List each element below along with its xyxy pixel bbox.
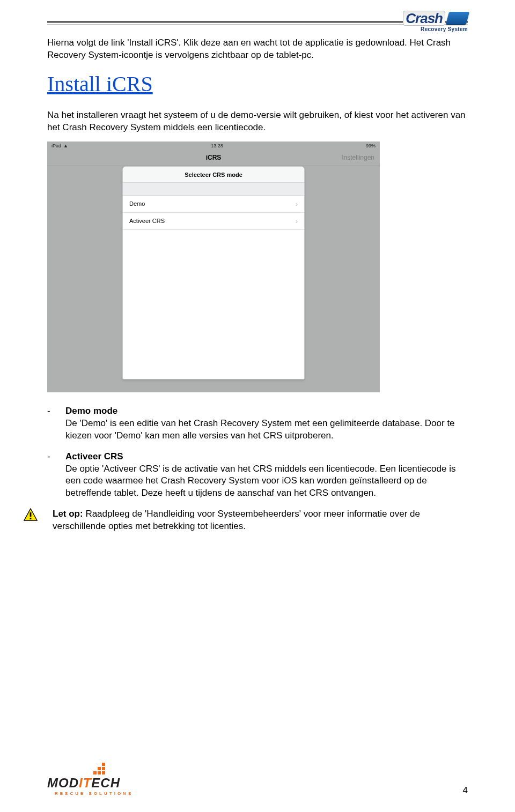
- crash-logo: Crash Recovery System: [360, 11, 468, 32]
- bullet-list: - Demo mode De 'Demo' is een editie van …: [47, 405, 468, 500]
- popup-row-activeer[interactable]: Activeer CRS ›: [123, 213, 304, 230]
- moditech-name-pre: MOD: [47, 776, 79, 790]
- bullet-dash: -: [47, 451, 65, 500]
- wifi-icon: ▲: [63, 143, 68, 148]
- bullet-activeer-body: De optie 'Activeer CRS' is de activatie …: [65, 464, 455, 498]
- crs-mode-popup: Selecteer CRS mode Demo › Activeer CRS ›: [122, 166, 305, 379]
- bullet-activeer-crs: - Activeer CRS De optie 'Activeer CRS' i…: [47, 451, 468, 500]
- chevron-right-icon: ›: [296, 200, 298, 208]
- moditech-name-mid: IT: [79, 776, 91, 790]
- moditech-logo: MODITECH RESCUE SOLUTIONS: [47, 763, 133, 796]
- warning-text: Raadpleeg de 'Handleiding voor Systeembe…: [53, 509, 420, 531]
- intro-paragraph: Hierna volgt de link 'Install iCRS'. Kli…: [47, 37, 468, 62]
- bullet-demo-body: De 'Demo' is een editie van het Crash Re…: [65, 418, 455, 441]
- popup-body: [123, 230, 304, 379]
- bullet-dash: -: [47, 405, 65, 442]
- chevron-right-icon: ›: [296, 217, 298, 225]
- moditech-squares-icon: [85, 763, 106, 774]
- post-install-paragraph: Na het installeren vraagt het systeem of…: [47, 109, 468, 134]
- popup-title: Selecteer CRS mode: [123, 167, 304, 183]
- warning-icon: [24, 513, 38, 523]
- crash-logo-subtitle: Recovery System: [421, 26, 468, 32]
- ipad-status-bar: iPad ▲ 13:28 99%: [47, 141, 380, 150]
- ipad-status-time: 13:28: [211, 143, 223, 148]
- popup-row-demo[interactable]: Demo ›: [123, 196, 304, 213]
- crash-logo-text: Crash: [403, 11, 445, 26]
- ipad-status-battery: 99%: [366, 143, 376, 148]
- bullet-activeer-title: Activeer CRS: [65, 451, 123, 461]
- ipad-title-bar: iCRS Instellingen: [47, 150, 380, 166]
- page-number: 4: [463, 785, 468, 796]
- popup-row-activeer-label: Activeer CRS: [129, 218, 165, 224]
- ipad-screenshot: iPad ▲ 13:28 99% iCRS Instellingen Selec…: [47, 141, 380, 392]
- moditech-name-post: ECH: [91, 776, 120, 790]
- popup-spacer: [123, 183, 304, 196]
- ipad-settings-button[interactable]: Instellingen: [342, 154, 374, 161]
- bullet-demo-title: Demo mode: [65, 406, 117, 416]
- moditech-subtitle: RESCUE SOLUTIONS: [55, 791, 133, 796]
- install-icrs-link[interactable]: Install iCRS: [47, 71, 153, 96]
- ipad-status-device: iPad: [52, 143, 61, 148]
- svg-rect-2: [30, 518, 32, 519]
- crash-logo-chip-icon: [446, 12, 469, 25]
- popup-row-demo-label: Demo: [129, 200, 145, 207]
- svg-rect-1: [30, 512, 32, 517]
- ipad-title: iCRS: [206, 154, 222, 161]
- warning-label: Let op:: [53, 509, 83, 519]
- bullet-demo-mode: - Demo mode De 'Demo' is een editie van …: [47, 405, 468, 442]
- warning-block: Let op: Raadpleeg de 'Handleiding voor S…: [47, 508, 468, 533]
